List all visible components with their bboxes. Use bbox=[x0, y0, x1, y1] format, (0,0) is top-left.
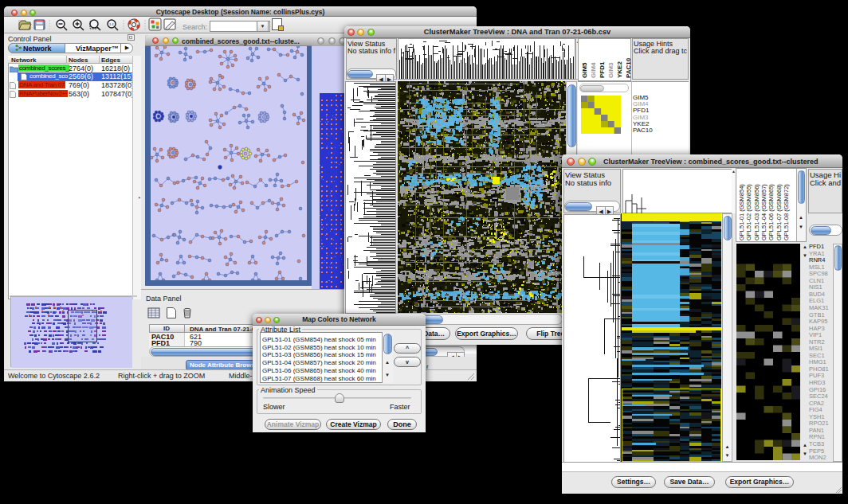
svg-text:1:1: 1:1 bbox=[109, 22, 114, 26]
